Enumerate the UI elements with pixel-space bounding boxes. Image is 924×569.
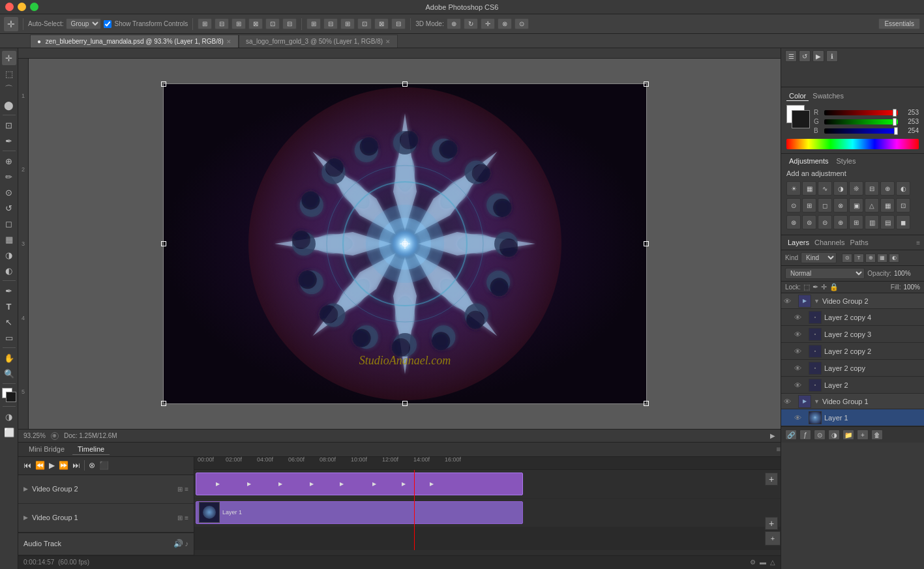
align-vcenter-btn[interactable]: ⊡ bbox=[265, 18, 280, 29]
r-slider-thumb[interactable] bbox=[893, 109, 897, 117]
history-brush-tool[interactable]: ↺ bbox=[2, 201, 16, 215]
g-slider-thumb[interactable] bbox=[893, 118, 897, 126]
delete-layer-btn[interactable]: 🗑 bbox=[871, 430, 883, 440]
adj-row3-4[interactable]: ⊕ bbox=[833, 215, 848, 229]
distribute-btn3[interactable]: ⊞ bbox=[340, 18, 355, 29]
3d-btn3[interactable]: ✛ bbox=[481, 18, 495, 29]
new-group-btn[interactable]: 📁 bbox=[842, 430, 854, 440]
handle-bottom-right[interactable] bbox=[644, 401, 649, 406]
background-color-swatch[interactable] bbox=[792, 110, 810, 128]
distribute-btn5[interactable]: ⊠ bbox=[374, 18, 389, 29]
vibrance-adj-btn[interactable]: ❊ bbox=[849, 181, 863, 196]
step-forward-btn[interactable]: ⏩ bbox=[59, 461, 68, 470]
mode-icon[interactable]: ◑ bbox=[2, 409, 16, 424]
vg2-collapse-arrow[interactable]: ▼ bbox=[814, 298, 820, 304]
align-right-btn[interactable]: ⊞ bbox=[231, 18, 246, 29]
exposure-adj-btn[interactable]: ◑ bbox=[833, 181, 848, 196]
align-center-btn[interactable]: ⊟ bbox=[215, 18, 229, 29]
eyedropper-tool[interactable]: ✒ bbox=[2, 134, 16, 148]
l2c-visibility-icon[interactable]: 👁 bbox=[794, 364, 803, 372]
add-vg1-btn[interactable]: + bbox=[765, 517, 778, 530]
zoom-tool[interactable]: 🔍 bbox=[2, 366, 16, 381]
3d-btn4[interactable]: ⊗ bbox=[498, 18, 512, 29]
vg2-clip-main[interactable]: ▶ ▶ ▶ ▶ ▶ ▶ ▶ ▶ bbox=[196, 473, 523, 495]
info-icon-btn[interactable]: ℹ bbox=[826, 50, 838, 62]
swatches-tab[interactable]: Swatches bbox=[810, 91, 846, 101]
adj-row3-1[interactable]: ⊛ bbox=[786, 215, 801, 229]
vg1-expand-arrow[interactable]: ▶ bbox=[23, 514, 28, 521]
3d-btn1[interactable]: ⊕ bbox=[447, 18, 461, 29]
vg2-expand-arrow[interactable]: ▶ bbox=[23, 486, 28, 492]
filter-icon-1[interactable]: ⊙ bbox=[842, 254, 852, 263]
skip-to-start-btn[interactable]: ⏮ bbox=[23, 461, 31, 470]
align-bottom-btn[interactable]: ⊟ bbox=[282, 18, 297, 29]
hand-tool[interactable]: ✋ bbox=[2, 351, 16, 365]
document-tab-2[interactable]: sa_logo_form_gold_3 @ 50% (Layer 1, RGB/… bbox=[239, 35, 398, 48]
eraser-tool[interactable]: ◻ bbox=[2, 216, 16, 231]
adj-row3-8[interactable]: ◼ bbox=[896, 215, 910, 229]
shape-tool[interactable]: ▭ bbox=[2, 330, 16, 345]
b-slider-track[interactable] bbox=[824, 128, 898, 134]
filter-icon-4[interactable]: ▦ bbox=[877, 254, 887, 263]
adj-row3-3[interactable]: ⊝ bbox=[818, 215, 832, 229]
audio-note-icon[interactable]: ♪ bbox=[185, 540, 189, 547]
handle-bottom-mid[interactable] bbox=[402, 401, 408, 406]
link-layers-btn[interactable]: 🔗 bbox=[785, 430, 797, 440]
blur-tool[interactable]: ◑ bbox=[2, 248, 16, 262]
vg1-more-icon[interactable]: ≡ bbox=[185, 514, 188, 521]
add-vg2-btn[interactable]: + bbox=[765, 473, 778, 486]
brightness-adj-btn[interactable]: ☀ bbox=[786, 181, 801, 196]
vg2-clip-icon[interactable]: ⊞ bbox=[177, 486, 183, 493]
color-lookup-adj-btn[interactable]: ◻ bbox=[818, 198, 832, 212]
settings-btn[interactable]: ⚙ bbox=[750, 559, 756, 566]
mini-bridge-tab[interactable]: Mini Bridge bbox=[23, 444, 70, 454]
skip-to-end-btn[interactable]: ⏭ bbox=[72, 461, 80, 470]
actions-icon-btn[interactable]: ▶ bbox=[812, 50, 824, 62]
mute-btn[interactable]: ⬛ bbox=[99, 461, 109, 470]
playhead[interactable] bbox=[414, 470, 415, 550]
distribute-btn1[interactable]: ⊞ bbox=[306, 18, 321, 29]
levels-adj-btn[interactable]: ▦ bbox=[802, 181, 816, 196]
color-tab[interactable]: Color bbox=[786, 91, 809, 101]
move-tool[interactable]: ✛ bbox=[2, 51, 16, 65]
lock-move-btn[interactable]: ✒ bbox=[812, 283, 818, 291]
video-group-2-layer[interactable]: 👁 ▶ ▼ Video Group 2 bbox=[781, 293, 924, 309]
posterize-adj-btn[interactable]: ▣ bbox=[849, 198, 863, 212]
handle-bottom-left[interactable] bbox=[161, 401, 166, 406]
document-tab-1[interactable]: ● zen_blueberry_luna_mandala.psd @ 93.3%… bbox=[30, 35, 239, 48]
maximize-button[interactable] bbox=[30, 3, 38, 11]
handle-mid-right[interactable] bbox=[644, 241, 649, 246]
status-arrow[interactable]: ▶ bbox=[770, 432, 775, 439]
color-balance-adj-btn[interactable]: ⊕ bbox=[880, 181, 895, 196]
blend-mode-dropdown[interactable]: Normal Multiply Screen bbox=[785, 268, 865, 279]
gradient-tool[interactable]: ▦ bbox=[2, 232, 16, 246]
g-slider-track[interactable] bbox=[824, 119, 898, 124]
layer-2-copy-4[interactable]: 👁 ▪ Layer 2 copy 4 bbox=[781, 309, 924, 326]
pen-tool[interactable]: ✒ bbox=[2, 284, 16, 298]
gradient-map-adj-btn[interactable]: ▦ bbox=[880, 198, 895, 212]
new-adjustment-btn[interactable]: ◑ bbox=[828, 430, 840, 440]
filter-icon-3[interactable]: ⊕ bbox=[865, 254, 876, 263]
align-left-btn[interactable]: ⊞ bbox=[198, 18, 212, 29]
dodge-tool[interactable]: ◐ bbox=[2, 263, 16, 278]
handle-top-mid[interactable] bbox=[402, 81, 408, 87]
layers-panel-menu[interactable]: ≡ bbox=[916, 239, 920, 246]
curves-adj-btn[interactable]: ∿ bbox=[818, 181, 832, 196]
l2c3-visibility-icon[interactable]: 👁 bbox=[794, 330, 803, 338]
timeline-zoom-out[interactable]: △ bbox=[770, 559, 775, 566]
layer-2-copy[interactable]: 👁 ▪ Layer 2 copy bbox=[781, 360, 924, 377]
history-icon-btn[interactable]: ↺ bbox=[799, 50, 811, 62]
l1-visibility-icon[interactable]: 👁 bbox=[794, 414, 803, 422]
brush-tool[interactable]: ✏ bbox=[2, 169, 16, 184]
tab1-close[interactable]: ✕ bbox=[226, 38, 231, 45]
path-select-tool[interactable]: ↖ bbox=[2, 315, 16, 329]
channels-tab[interactable]: Channels bbox=[812, 238, 847, 247]
layer-2[interactable]: 👁 ▪ Layer 2 bbox=[781, 377, 924, 394]
vg1-collapse-arrow[interactable]: ▼ bbox=[814, 398, 820, 405]
layer-2-copy-3[interactable]: 👁 ▪ Layer 2 copy 3 bbox=[781, 326, 924, 343]
distribute-btn2[interactable]: ⊟ bbox=[323, 18, 338, 29]
lasso-tool[interactable]: ⌒ bbox=[2, 82, 16, 96]
crop-tool[interactable]: ⊡ bbox=[2, 118, 16, 132]
quick-select-tool[interactable]: ⬤ bbox=[2, 98, 16, 112]
color-spectrum[interactable] bbox=[786, 139, 919, 149]
